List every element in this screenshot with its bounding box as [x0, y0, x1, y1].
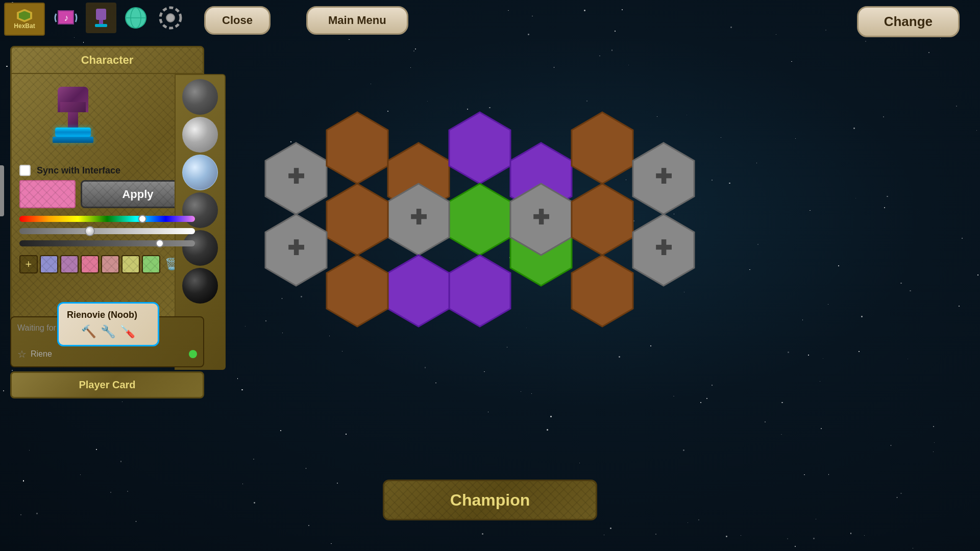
svg-rect-10: [21, 167, 29, 174]
svg-rect-2: [96, 9, 106, 20]
hex-cross-left-2[interactable]: ✚: [265, 214, 327, 286]
char-middle: [68, 112, 78, 128]
swatch-blue[interactable]: [40, 255, 58, 273]
hex-brown-5[interactable]: [572, 112, 633, 184]
color-preview-apply: Apply: [19, 180, 195, 208]
player-status-dot: [189, 350, 197, 358]
player-name: Riene: [31, 349, 52, 359]
scrollbar[interactable]: [0, 165, 4, 216]
svg-text:✚: ✚: [655, 237, 672, 259]
hue-slider-row: [19, 214, 195, 223]
hexbat-title: HexBat: [14, 22, 35, 30]
sync-area: Sync with Interface: [12, 161, 203, 180]
material-option-dark3[interactable]: [182, 268, 218, 304]
champion-label: Champion: [450, 491, 530, 510]
dark-slider-row: [19, 239, 195, 248]
globe-icon[interactable]: [120, 3, 151, 33]
white-slider-row: [19, 227, 195, 236]
material-option-rocky[interactable]: [182, 79, 218, 115]
character-panel-title: Character: [12, 47, 203, 74]
add-swatch-button[interactable]: +: [19, 255, 38, 273]
material-option-dark1[interactable]: [182, 192, 218, 228]
left-panel: Character Glass S: [10, 46, 204, 342]
svg-text:✚: ✚: [532, 206, 550, 229]
character-icon[interactable]: [86, 3, 116, 33]
hex-brown-1[interactable]: [327, 112, 388, 184]
svg-text:♪: ♪: [64, 13, 69, 23]
sync-checkbox[interactable]: [19, 165, 31, 176]
hex-cross-1[interactable]: ✚: [265, 143, 327, 214]
player-star-icon: ☆: [17, 348, 27, 360]
white-slider[interactable]: [19, 228, 195, 234]
hex-brown-6[interactable]: [572, 184, 633, 255]
char-top: [58, 87, 88, 112]
player-card-title: Player Card: [18, 379, 197, 391]
dark-slider[interactable]: [19, 240, 195, 246]
swatch-pink[interactable]: [81, 255, 99, 273]
hex-cross-right-2[interactable]: ✚: [633, 214, 694, 286]
hammer-icon: 🔨: [81, 324, 96, 339]
hex-purple-4[interactable]: [388, 255, 449, 327]
swatch-rose[interactable]: [101, 255, 119, 273]
hex-brown-7[interactable]: [572, 255, 633, 327]
music-icon[interactable]: ♪: [51, 3, 82, 33]
hex-purple-3[interactable]: [449, 255, 510, 327]
hex-grid-svg: ✚ ✚ ✚: [255, 102, 715, 357]
character-body: [53, 87, 93, 148]
hex-cross-right-1[interactable]: ✚: [633, 143, 694, 214]
svg-point-8: [166, 14, 175, 22]
hex-purple-1[interactable]: [449, 112, 510, 184]
player-popup-icons: 🔨 🔧 🪛: [67, 324, 150, 339]
top-bar: HexBat ♪: [0, 0, 980, 41]
hexbat-hex-icon: [17, 9, 32, 22]
waiting-area: Waiting for word Rienovie (Noob) 🔨 🔧 🪛 ☆…: [10, 316, 204, 367]
main-menu-button[interactable]: Main Menu: [306, 6, 408, 35]
champion-bar: Champion: [383, 480, 597, 520]
hex-grid: ✚ ✚ ✚: [255, 102, 715, 357]
material-option-dark2[interactable]: [182, 230, 218, 266]
player-popup-name: Rienovie (Noob): [67, 310, 150, 320]
add-icon: +: [26, 258, 32, 271]
hex-brown-3[interactable]: [327, 184, 388, 255]
svg-rect-4: [95, 24, 107, 27]
character-figure: [37, 79, 109, 156]
swatch-green[interactable]: [142, 255, 160, 273]
hex-green-center[interactable]: [449, 184, 510, 255]
wrench-icon: 🪛: [120, 324, 135, 339]
player-card-panel: Player Card: [10, 371, 204, 398]
dark-slider-thumb[interactable]: [156, 239, 164, 247]
char-base-bottom: [53, 137, 93, 143]
svg-text:✚: ✚: [287, 165, 305, 188]
swatch-purple[interactable]: [60, 255, 79, 273]
svg-text:✚: ✚: [655, 165, 672, 188]
swatch-yellow[interactable]: [121, 255, 140, 273]
white-slider-thumb[interactable]: [85, 226, 95, 236]
bottom-left-area: Waiting for word Rienovie (Noob) 🔨 🔧 🪛 ☆…: [10, 316, 204, 398]
svg-rect-3: [99, 20, 103, 24]
character-preview-area: Glass: [12, 74, 203, 161]
settings-icon[interactable]: [155, 3, 186, 33]
color-preview-swatch[interactable]: [19, 180, 76, 208]
toolbar-icons: ♪: [51, 3, 186, 33]
color-controls: Apply: [12, 180, 203, 248]
svg-text:✚: ✚: [410, 206, 427, 229]
player-popup: Rienovie (Noob) 🔨 🔧 🪛: [57, 302, 159, 346]
player-list-item[interactable]: ☆ Riene: [17, 348, 197, 360]
tools-icon: 🔧: [101, 324, 116, 339]
color-swatches-row: + 🗑️: [12, 251, 203, 278]
char-base: [55, 128, 91, 137]
sync-label: Sync with Interface: [37, 165, 120, 176]
hue-slider[interactable]: [19, 216, 195, 222]
material-option-silver[interactable]: [182, 117, 218, 153]
close-button[interactable]: Close: [204, 6, 271, 35]
hex-brown-4[interactable]: [327, 255, 388, 327]
hue-slider-thumb[interactable]: [138, 215, 146, 223]
svg-text:✚: ✚: [287, 237, 305, 259]
hexbat-logo: HexBat: [4, 3, 45, 36]
change-button[interactable]: Change: [857, 6, 960, 37]
